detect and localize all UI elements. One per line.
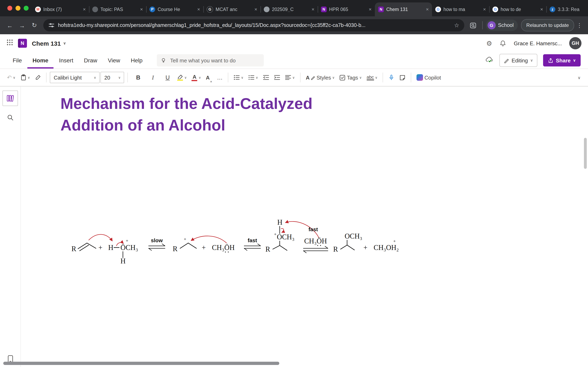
screen: M Inbox (7) × Topic: PAS × P Course He ×… <box>0 0 588 367</box>
more-formatting-button[interactable]: … <box>215 71 225 83</box>
menu-help[interactable]: Help <box>126 52 148 68</box>
bold-button[interactable]: B <box>131 71 145 83</box>
numbered-list-button[interactable]: ∨ <box>246 71 260 83</box>
browser-tab[interactable]: Topic: PAS × <box>89 2 146 16</box>
svg-text:OCH₃: OCH₃ <box>277 233 294 241</box>
decrease-indent-button[interactable] <box>261 71 271 83</box>
close-tab-icon[interactable]: × <box>254 7 257 12</box>
zoom-window-button[interactable] <box>24 6 29 11</box>
side-panel-icon[interactable] <box>467 20 479 31</box>
onenote-favicon: N <box>321 7 327 12</box>
methyloxonium-structure: + CH₃OH₂ <box>374 239 399 252</box>
italic-button[interactable]: I <box>146 71 160 83</box>
tab-label: Inbox (7) <box>43 7 80 12</box>
browser-profile-button[interactable]: G School <box>486 20 518 31</box>
chevron-down-icon: ∨ <box>573 58 576 62</box>
page-canvas[interactable]: Mechanism for the Acid-Catalyzed Additio… <box>21 86 588 367</box>
url-text[interactable]: hofstra1edu-my.sharepoint.com/personal/g… <box>58 22 451 28</box>
notebook-title[interactable]: Chem 131 ∨ <box>32 40 66 47</box>
close-tab-icon[interactable]: × <box>369 7 372 12</box>
font-family-select[interactable]: Calibri Light ∨ <box>50 72 100 83</box>
browser-tab[interactable]: G how to de × <box>489 2 546 16</box>
svg-text:H: H <box>108 244 113 252</box>
dictate-button[interactable] <box>387 71 397 83</box>
browser-tab[interactable]: M Inbox (7) × <box>32 2 89 16</box>
horizontal-scrollbar-thumb[interactable] <box>3 362 279 365</box>
close-tab-icon[interactable]: × <box>483 7 486 12</box>
close-tab-icon[interactable]: × <box>540 7 543 12</box>
settings-gear-icon[interactable]: ⚙ <box>486 39 492 47</box>
search-panel-button[interactable] <box>3 110 17 125</box>
browser-tab[interactable]: G how to ma × <box>432 2 489 16</box>
notebooks-panel-button[interactable] <box>2 91 18 106</box>
browser-tab[interactable]: 202509_C × <box>260 2 318 16</box>
address-bar[interactable]: hofstra1edu-my.sharepoint.com/personal/g… <box>43 19 464 31</box>
clear-formatting-button[interactable]: A × <box>204 71 214 83</box>
share-button[interactable]: Share ∨ <box>543 54 581 67</box>
svg-text:slow: slow <box>151 237 163 243</box>
minimize-window-button[interactable] <box>16 6 20 11</box>
notifications-bell-icon[interactable] <box>500 40 507 47</box>
menu-draw[interactable]: Draw <box>79 52 103 68</box>
font-size-select[interactable]: 20 ∨ <box>101 72 124 83</box>
browser-tab-active[interactable]: N Chem 131 × <box>375 2 432 16</box>
browser-tab[interactable]: G MCAT anc × <box>203 2 260 16</box>
navigation-sidebar <box>0 86 21 367</box>
relaunch-to-update-button[interactable]: Relaunch to update <box>521 19 574 31</box>
document-favicon <box>264 7 269 12</box>
profile-avatar: G <box>487 21 495 29</box>
bulleted-list-button[interactable]: ∨ <box>232 71 245 83</box>
close-tab-icon[interactable]: × <box>311 7 314 12</box>
underline-button[interactable]: U <box>161 71 174 83</box>
tell-me-search[interactable] <box>157 54 264 67</box>
browser-menu-icon[interactable]: ⋮ <box>575 22 584 29</box>
copilot-button[interactable]: Copilot <box>415 71 443 83</box>
editing-mode-dropdown[interactable]: Editing ∨ <box>499 54 537 67</box>
undo-button[interactable]: ↶ ∨ <box>5 71 17 83</box>
styles-button[interactable]: A Styles ∨ <box>304 71 337 83</box>
menu-insert[interactable]: Insert <box>54 52 79 68</box>
browser-toolbar: ← → ↻ hofstra1edu-my.sharepoint.com/pers… <box>0 16 588 34</box>
spelling-button[interactable]: abc ∨ <box>365 71 380 83</box>
highlight-color-button[interactable]: ∨ <box>175 71 189 83</box>
font-color-button[interactable]: A ∨ <box>190 71 203 83</box>
user-avatar[interactable]: GH <box>569 37 581 49</box>
tell-me-input[interactable] <box>169 57 260 64</box>
onenote-logo: N <box>18 39 27 48</box>
browser-tab[interactable]: P Course He × <box>146 2 203 16</box>
menu-file[interactable]: File <box>7 52 27 68</box>
menu-view[interactable]: View <box>103 52 125 68</box>
vertical-scrollbar-thumb[interactable] <box>584 138 587 169</box>
increase-indent-button[interactable] <box>272 71 282 83</box>
svg-text:H: H <box>277 219 282 226</box>
share-icon <box>548 58 553 63</box>
paste-button[interactable]: ∨ <box>18 71 32 83</box>
svg-text:R: R <box>71 245 76 253</box>
bookmark-star-icon[interactable]: ☆ <box>454 22 459 29</box>
forward-icon[interactable]: → <box>16 20 28 31</box>
reload-icon[interactable]: ↻ <box>29 20 40 31</box>
back-icon[interactable]: ← <box>4 20 16 31</box>
feedback-button[interactable] <box>398 71 408 83</box>
close-tab-icon[interactable]: × <box>426 7 429 12</box>
close-tab-icon[interactable]: × <box>140 7 143 12</box>
format-painter-button[interactable] <box>33 71 43 83</box>
page-title[interactable]: Mechanism for the Acid-Catalyzed Additio… <box>61 93 312 136</box>
browser-tab[interactable]: z 3.3.3: Rea × <box>546 2 588 16</box>
browser-tab[interactable]: N HPR 065 × <box>318 2 375 16</box>
tags-button[interactable]: Tags ∨ <box>337 71 364 83</box>
onenote-favicon: N <box>378 7 384 12</box>
save-sync-icon <box>485 56 494 64</box>
close-window-button[interactable] <box>7 6 12 11</box>
ribbon-options-chevron-icon[interactable]: ∨ <box>575 75 583 80</box>
alignment-button[interactable]: ∨ <box>283 71 297 83</box>
svg-text:OCH₃: OCH₃ <box>345 232 362 240</box>
onenote-header: N Chem 131 ∨ ⚙ Grace E. Hamersc... GH <box>0 34 588 52</box>
close-tab-icon[interactable]: × <box>83 7 86 12</box>
tab-label: Chem 131 <box>386 7 424 12</box>
equilibrium-arrow-fast-1: fast <box>244 237 260 250</box>
app-launcher-icon[interactable] <box>7 39 13 47</box>
site-information-icon[interactable] <box>48 22 55 29</box>
close-tab-icon[interactable]: × <box>197 7 200 12</box>
menu-home[interactable]: Home <box>27 52 54 68</box>
